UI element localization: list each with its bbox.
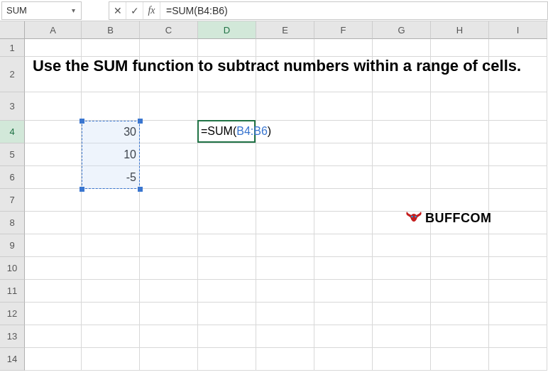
cell[interactable]	[314, 121, 373, 143]
cell[interactable]	[256, 348, 314, 371]
cell[interactable]	[25, 39, 82, 57]
cell[interactable]	[314, 280, 373, 303]
range-handle[interactable]	[138, 187, 143, 192]
cell[interactable]	[256, 189, 314, 212]
cell[interactable]	[140, 92, 198, 121]
cell[interactable]	[140, 280, 198, 303]
row-header[interactable]: 12	[0, 303, 25, 325]
column-header[interactable]: C	[140, 21, 198, 39]
cell[interactable]: 30	[82, 121, 140, 143]
cell[interactable]	[373, 166, 431, 189]
cell[interactable]	[82, 92, 140, 121]
cell[interactable]	[140, 257, 198, 280]
column-header[interactable]: A	[25, 21, 82, 39]
cell[interactable]	[431, 325, 489, 348]
cell[interactable]	[489, 121, 547, 143]
cell[interactable]	[431, 234, 489, 257]
range-handle[interactable]	[80, 187, 84, 192]
cell[interactable]	[256, 303, 314, 325]
cell[interactable]	[431, 57, 489, 92]
cell[interactable]	[25, 92, 82, 121]
cell[interactable]	[198, 348, 256, 371]
cell[interactable]	[431, 189, 489, 212]
cell[interactable]	[25, 166, 82, 189]
cell[interactable]	[198, 143, 256, 166]
cell[interactable]	[489, 57, 547, 92]
cell[interactable]	[198, 234, 256, 257]
cell[interactable]	[256, 325, 314, 348]
range-handle[interactable]	[138, 119, 143, 124]
cell[interactable]	[489, 166, 547, 189]
cell[interactable]	[140, 212, 198, 234]
cell[interactable]	[25, 212, 82, 234]
cell[interactable]: 10	[82, 143, 140, 166]
enter-icon[interactable]: ✓	[126, 2, 143, 19]
cell[interactable]	[373, 143, 431, 166]
cell[interactable]: -5	[82, 166, 140, 189]
cell[interactable]	[373, 280, 431, 303]
cell[interactable]	[256, 121, 314, 143]
cell[interactable]	[198, 57, 256, 92]
cell-grid[interactable]: 3010-5	[25, 39, 547, 371]
cell[interactable]	[314, 92, 373, 121]
row-header[interactable]: 13	[0, 325, 25, 348]
fx-icon[interactable]: fx	[143, 2, 160, 19]
cell[interactable]	[140, 121, 198, 143]
cell[interactable]	[314, 303, 373, 325]
cell[interactable]	[489, 189, 547, 212]
column-header[interactable]: F	[314, 21, 373, 39]
cell[interactable]	[140, 57, 198, 92]
cell[interactable]	[431, 39, 489, 57]
cell[interactable]	[198, 166, 256, 189]
cell[interactable]	[140, 348, 198, 371]
row-header[interactable]: 4	[0, 121, 25, 143]
cell[interactable]	[489, 257, 547, 280]
cell[interactable]	[140, 189, 198, 212]
column-header[interactable]: G	[373, 21, 431, 39]
cell[interactable]	[489, 234, 547, 257]
cell[interactable]	[82, 39, 140, 57]
column-header[interactable]: E	[256, 21, 314, 39]
cell[interactable]	[140, 166, 198, 189]
cell[interactable]	[431, 143, 489, 166]
cell[interactable]	[256, 57, 314, 92]
dropdown-icon[interactable]: ▾	[70, 6, 77, 14]
cell[interactable]	[314, 212, 373, 234]
cell[interactable]	[489, 280, 547, 303]
cell[interactable]	[489, 143, 547, 166]
cell[interactable]	[314, 234, 373, 257]
cell[interactable]	[82, 325, 140, 348]
row-header[interactable]: 5	[0, 143, 25, 166]
cell[interactable]	[314, 57, 373, 92]
cell[interactable]	[373, 39, 431, 57]
cell[interactable]	[373, 92, 431, 121]
cell[interactable]	[314, 143, 373, 166]
row-header[interactable]: 10	[0, 257, 25, 280]
cell[interactable]	[82, 303, 140, 325]
cell[interactable]	[431, 348, 489, 371]
cell[interactable]	[198, 280, 256, 303]
cell[interactable]	[431, 166, 489, 189]
cell[interactable]	[489, 92, 547, 121]
cell[interactable]	[256, 280, 314, 303]
cell[interactable]	[373, 348, 431, 371]
cell[interactable]	[198, 303, 256, 325]
cell[interactable]	[82, 280, 140, 303]
cell[interactable]	[25, 234, 82, 257]
formula-input[interactable]: =SUM(B4:B6)	[160, 5, 547, 16]
cell[interactable]	[373, 257, 431, 280]
cell[interactable]	[140, 303, 198, 325]
cell[interactable]	[373, 121, 431, 143]
cell[interactable]	[373, 325, 431, 348]
cell[interactable]	[431, 92, 489, 121]
row-header[interactable]: 9	[0, 234, 25, 257]
cell[interactable]	[82, 257, 140, 280]
cell[interactable]	[431, 280, 489, 303]
row-header[interactable]: 8	[0, 212, 25, 234]
cell[interactable]	[314, 189, 373, 212]
cell[interactable]	[25, 348, 82, 371]
cell[interactable]	[256, 257, 314, 280]
cell[interactable]	[25, 143, 82, 166]
cell[interactable]	[373, 234, 431, 257]
cell[interactable]	[373, 57, 431, 92]
